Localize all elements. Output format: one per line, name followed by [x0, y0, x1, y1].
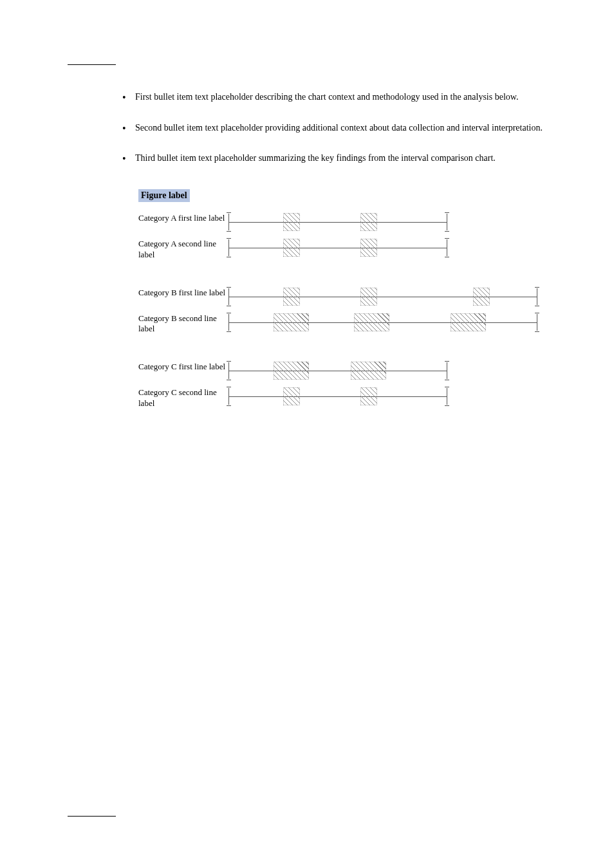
interval-block: [473, 288, 490, 306]
interval-block: [360, 387, 377, 405]
chart-row-label: Category A second line label: [138, 237, 228, 261]
chart-row-label: Category C first line label: [138, 360, 228, 373]
interval-block: [274, 313, 309, 331]
chart-row: Category A first line label: [138, 212, 550, 232]
chart-row-label: Category B second line label: [138, 312, 228, 335]
chart-track: [228, 286, 537, 307]
interval-block: [354, 313, 389, 331]
bottom-rule: [68, 816, 116, 817]
interval-block: [360, 288, 377, 306]
list-item: First bullet item text placeholder descr…: [135, 91, 550, 104]
chart-row-label: Category C second line label: [138, 386, 228, 409]
chart-track: [228, 312, 537, 333]
chart-row: Category B first line label: [138, 286, 550, 307]
chart-row: Category C first line label: [138, 360, 550, 381]
chart-row: Category A second line label: [138, 237, 550, 261]
interval-block: [351, 362, 386, 380]
list-item: Third bullet item text placeholder summa…: [135, 152, 550, 165]
interval-block: [274, 362, 309, 380]
interval-block: [360, 213, 377, 231]
interval-block: [283, 288, 300, 306]
chart-row-label: Category A first line label: [138, 212, 228, 224]
list-item: Second bullet item text placeholder prov…: [135, 122, 550, 134]
interval-block: [360, 239, 377, 257]
chart-row: Category C second line label: [138, 386, 550, 409]
top-rule: [68, 64, 116, 65]
interval-block: [283, 239, 300, 257]
chart-track: [228, 212, 447, 232]
chart-track: [228, 386, 447, 407]
chart-track: [228, 360, 447, 381]
section-highlight: Figure label: [138, 189, 190, 202]
interval-block: [283, 213, 300, 231]
chart-track: [228, 237, 447, 258]
chart-row-label: Category B first line label: [138, 286, 228, 299]
interval-block: [451, 313, 486, 331]
interval-chart: Category A first line labelCategory A se…: [138, 212, 550, 409]
chart-row: Category B second line label: [138, 312, 550, 335]
bullet-list: First bullet item text placeholder descr…: [135, 91, 550, 165]
interval-block: [283, 387, 300, 405]
